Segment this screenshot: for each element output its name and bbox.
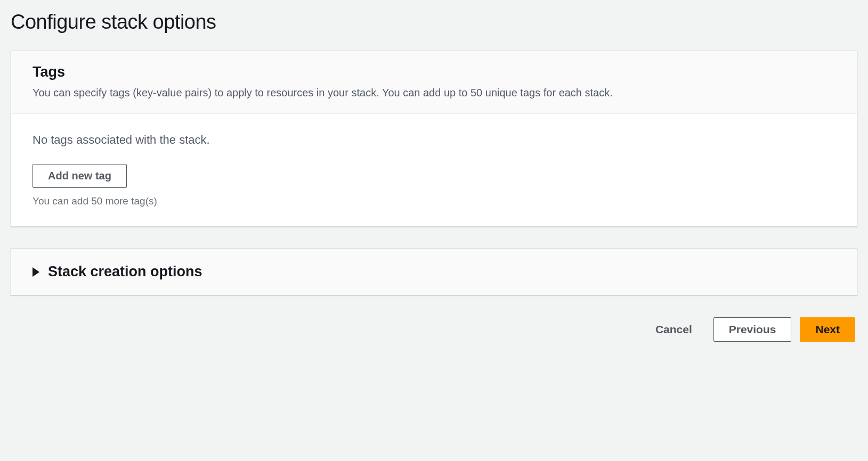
- previous-button[interactable]: Previous: [713, 317, 792, 342]
- tags-hint-text: You can add 50 more tag(s): [33, 195, 835, 207]
- page-title: Configure stack options: [11, 11, 857, 34]
- tags-panel: Tags You can specify tags (key-value pai…: [11, 51, 857, 227]
- tags-panel-description: You can specify tags (key-value pairs) t…: [33, 85, 835, 101]
- tags-panel-title: Tags: [33, 64, 835, 80]
- cancel-button[interactable]: Cancel: [643, 317, 705, 342]
- stack-creation-options-panel[interactable]: Stack creation options: [11, 248, 857, 295]
- caret-right-icon: [33, 267, 39, 277]
- tags-panel-header: Tags You can specify tags (key-value pai…: [11, 51, 857, 114]
- footer-actions: Cancel Previous Next: [11, 317, 857, 342]
- next-button[interactable]: Next: [800, 317, 855, 342]
- tags-empty-message: No tags associated with the stack.: [33, 133, 835, 147]
- tags-panel-body: No tags associated with the stack. Add n…: [11, 114, 857, 226]
- add-new-tag-button[interactable]: Add new tag: [33, 164, 127, 188]
- stack-creation-options-title: Stack creation options: [48, 264, 202, 280]
